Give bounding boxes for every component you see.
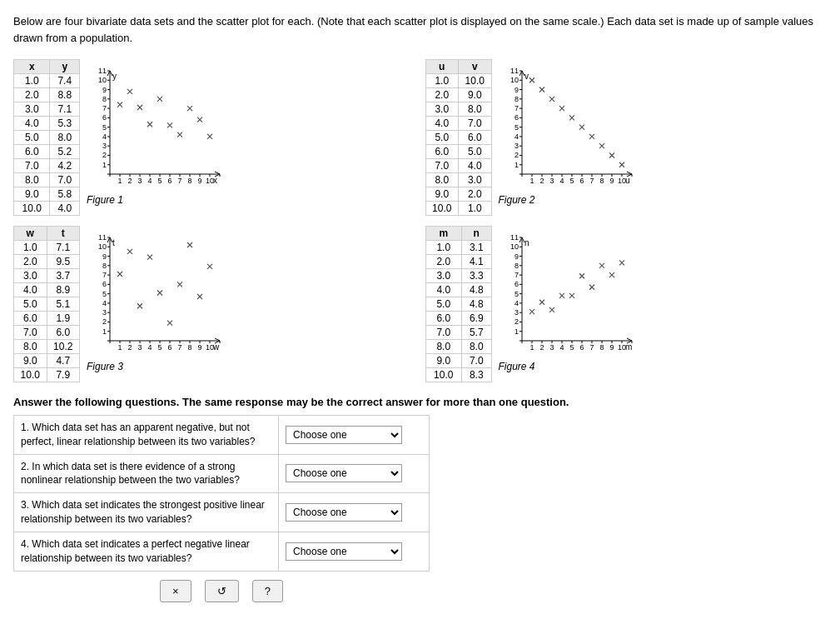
question-answer-3: Choose oneData Set 1 (x,y)Data Set 2 (u,… — [279, 498, 429, 527]
datasets-grid: x y 1.0 7.4 2.0 8.8 3.0 7.1 4.0 5.3 5.0 … — [13, 59, 827, 382]
scatter-plot-4 — [499, 226, 640, 359]
question-text-1: 1. Which data set has an apparent negati… — [14, 416, 279, 454]
table-row: 8.0 8.0 — [425, 340, 491, 354]
data-table-1: x y 1.0 7.4 2.0 8.8 3.0 7.1 4.0 5.3 5.0 … — [13, 59, 80, 216]
close-button[interactable]: × — [160, 580, 191, 602]
table-row: 10.0 7.9 — [14, 368, 80, 382]
table-row: 9.0 7.0 — [425, 354, 491, 368]
help-button[interactable]: ? — [252, 580, 283, 602]
table-row: 7.0 6.0 — [14, 326, 80, 340]
table-row: 3.0 7.1 — [14, 102, 80, 117]
table-row: 7.0 4.2 — [14, 159, 80, 173]
figure-label-1: Figure 1 — [87, 194, 123, 206]
figure-label-3: Figure 3 — [87, 361, 123, 372]
table-row: 1.0 7.1 — [14, 241, 80, 255]
table-row: 4.0 7.0 — [425, 117, 491, 131]
table-row: 3.0 3.7 — [14, 269, 80, 283]
col1-header-4: m — [425, 227, 461, 241]
table-row: 2.0 9.0 — [425, 88, 491, 102]
col2-header-2: v — [459, 60, 492, 74]
table-row: 5.0 5.1 — [14, 297, 80, 312]
answer-section: Answer the following questions. The same… — [13, 396, 827, 602]
table-row: 10.0 8.3 — [425, 368, 491, 382]
scatter-plot-1 — [87, 59, 228, 192]
col1-header-2: u — [425, 60, 459, 74]
table-row: 9.0 2.0 — [425, 187, 491, 202]
question-answer-1: Choose oneData Set 1 (x,y)Data Set 2 (u,… — [279, 421, 429, 449]
table-row: 5.0 6.0 — [425, 131, 491, 145]
figure-label-4: Figure 4 — [499, 361, 535, 372]
chart-container-3: Figure 3 — [87, 226, 228, 372]
table-row: 6.0 5.0 — [425, 145, 491, 159]
chart-container-4: Figure 4 — [499, 226, 640, 372]
table-row: 4.0 4.8 — [425, 283, 491, 297]
col1-header-3: w — [14, 227, 47, 241]
dataset-panel-4: m n 1.0 3.1 2.0 4.1 3.0 3.3 4.0 4.8 5.0 … — [425, 226, 828, 382]
table-row: 6.0 1.9 — [14, 312, 80, 326]
table-row: 9.0 4.7 — [14, 354, 80, 368]
table-row: 1.0 10.0 — [425, 74, 491, 88]
table-row: 6.0 5.2 — [14, 145, 80, 159]
table-row: 7.0 5.7 — [425, 326, 491, 340]
table-row: 9.0 5.8 — [14, 187, 80, 202]
table-row: 4.0 5.3 — [14, 117, 80, 131]
table-row: 8.0 10.2 — [14, 340, 80, 354]
table-row: 5.0 4.8 — [425, 297, 491, 312]
col1-header-1: x — [14, 60, 50, 74]
col2-header-4: n — [461, 227, 491, 241]
table-row: 2.0 8.8 — [14, 88, 80, 102]
question-row-1: 1. Which data set has an apparent negati… — [14, 416, 429, 455]
table-row: 8.0 3.0 — [425, 173, 491, 187]
choose-select-3[interactable]: Choose oneData Set 1 (x,y)Data Set 2 (u,… — [286, 503, 402, 522]
table-row: 7.0 4.0 — [425, 159, 491, 173]
col2-header-3: t — [47, 227, 80, 241]
table-row: 3.0 3.3 — [425, 269, 491, 283]
dataset-panel-2: u v 1.0 10.0 2.0 9.0 3.0 8.0 4.0 7.0 5.0… — [425, 59, 828, 216]
table-row: 10.0 1.0 — [425, 202, 491, 216]
col2-header-1: y — [50, 60, 80, 74]
table-row: 10.0 4.0 — [14, 202, 80, 216]
dataset-panel-1: x y 1.0 7.4 2.0 8.8 3.0 7.1 4.0 5.3 5.0 … — [13, 59, 415, 216]
table-row: 8.0 7.0 — [14, 173, 80, 187]
reset-button[interactable]: ↺ — [205, 580, 239, 602]
questions-box: 1. Which data set has an apparent negati… — [13, 415, 430, 572]
question-answer-4: Choose oneData Set 1 (x,y)Data Set 2 (u,… — [279, 537, 429, 566]
table-row: 6.0 6.9 — [425, 312, 491, 326]
question-text-3: 3. Which data set indicates the stronges… — [14, 493, 279, 532]
figure-label-2: Figure 2 — [499, 194, 535, 206]
scatter-plot-3 — [87, 226, 228, 359]
question-text-2: 2. In which data set is there evidence o… — [14, 455, 279, 493]
question-row-4: 4. Which data set indicates a perfect ne… — [14, 532, 429, 571]
data-table-2: u v 1.0 10.0 2.0 9.0 3.0 8.0 4.0 7.0 5.0… — [425, 59, 492, 216]
table-row: 2.0 4.1 — [425, 255, 491, 269]
table-row: 5.0 8.0 — [14, 131, 80, 145]
question-text-4: 4. Which data set indicates a perfect ne… — [14, 532, 279, 571]
chart-container-2: Figure 2 — [499, 59, 640, 206]
question-answer-2: Choose oneData Set 1 (x,y)Data Set 2 (u,… — [279, 459, 429, 487]
scatter-plot-2 — [499, 59, 640, 192]
table-row: 4.0 8.9 — [14, 283, 80, 297]
intro-text: Below are four bivariate data sets and t… — [13, 13, 827, 46]
table-row: 1.0 7.4 — [14, 74, 80, 88]
table-row: 1.0 3.1 — [425, 241, 491, 255]
choose-select-2[interactable]: Choose oneData Set 1 (x,y)Data Set 2 (u,… — [286, 464, 402, 482]
table-row: 2.0 9.5 — [14, 255, 80, 269]
table-row: 3.0 8.0 — [425, 102, 491, 117]
data-table-4: m n 1.0 3.1 2.0 4.1 3.0 3.3 4.0 4.8 5.0 … — [425, 226, 492, 382]
choose-select-1[interactable]: Choose oneData Set 1 (x,y)Data Set 2 (u,… — [286, 426, 402, 444]
section-title: Answer the following questions. The same… — [13, 396, 827, 408]
dataset-panel-3: w t 1.0 7.1 2.0 9.5 3.0 3.7 4.0 8.9 5.0 … — [13, 226, 415, 382]
bottom-buttons: × ↺ ? — [13, 580, 430, 602]
data-table-3: w t 1.0 7.1 2.0 9.5 3.0 3.7 4.0 8.9 5.0 … — [13, 226, 80, 382]
question-row-3: 3. Which data set indicates the stronges… — [14, 493, 429, 532]
chart-container-1: Figure 1 — [87, 59, 228, 206]
question-row-2: 2. In which data set is there evidence o… — [14, 455, 429, 494]
choose-select-4[interactable]: Choose oneData Set 1 (x,y)Data Set 2 (u,… — [286, 542, 402, 561]
